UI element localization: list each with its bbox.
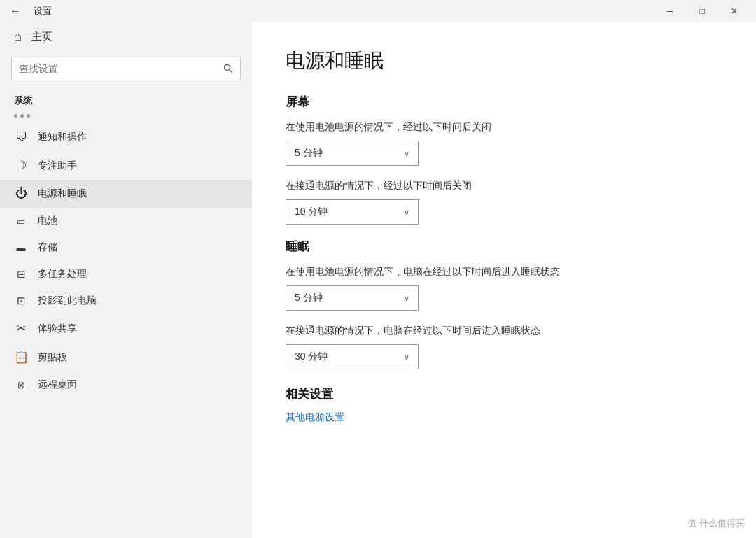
sidebar-item-battery-label: 电池	[38, 215, 57, 227]
multitask-icon: ⊟	[14, 268, 28, 281]
title-bar: ← 设置 ─ □ ✕	[0, 0, 756, 22]
sidebar-item-shared-label: 体验共享	[38, 323, 77, 335]
sidebar-item-notifications-label: 通知和操作	[38, 131, 87, 143]
title-bar-title: 设置	[34, 5, 52, 17]
sidebar-item-notifications[interactable]: 🗨 通知和操作	[0, 123, 252, 151]
sidebar-item-remote[interactable]: ⊠ 远程桌面	[0, 371, 252, 398]
sidebar-item-battery[interactable]: ▭ 电池	[0, 208, 252, 234]
main-layout: ⌂ 主页 系统 🗨 通知和操作 ☽	[0, 22, 756, 538]
sidebar-item-power-label: 电源和睡眠	[38, 187, 87, 200]
sidebar-dots	[0, 111, 252, 123]
minimize-button[interactable]: ─	[654, 0, 686, 22]
notifications-icon: 🗨	[14, 130, 28, 144]
sidebar: ⌂ 主页 系统 🗨 通知和操作 ☽	[0, 22, 252, 538]
search-input[interactable]	[11, 57, 241, 80]
sleep-power-value: 30 分钟	[295, 351, 328, 363]
page-title: 电源和睡眠	[286, 48, 722, 74]
screen-battery-label: 在使用电池电源的情况下，经过以下时间后关闭	[286, 121, 722, 134]
search-box	[11, 57, 241, 80]
screen-power-chevron-icon: ∨	[404, 208, 410, 217]
sidebar-item-multitask[interactable]: ⊟ 多任务处理	[0, 261, 252, 288]
sleep-power-chevron-icon: ∨	[404, 353, 410, 362]
storage-icon: ▬	[14, 243, 28, 253]
remote-icon: ⊠	[14, 380, 28, 390]
project-icon: ⊡	[14, 295, 28, 307]
sidebar-item-project-label: 投影到此电脑	[38, 295, 97, 307]
sleep-power-dropdown[interactable]: 30 分钟 ∨	[286, 344, 419, 369]
sidebar-section-label: 系统	[0, 86, 252, 111]
dot-1	[14, 114, 18, 118]
window-controls: ─ □ ✕	[654, 0, 750, 22]
sidebar-item-shared[interactable]: ✂ 体验共享	[0, 314, 252, 343]
sidebar-item-clipboard-label: 剪贴板	[38, 351, 67, 364]
clipboard-icon: 📋	[14, 350, 28, 364]
screen-battery-value: 5 分钟	[295, 147, 323, 160]
title-bar-left: ← 设置	[6, 1, 654, 21]
content-area: 电源和睡眠 屏幕 在使用电池电源的情况下，经过以下时间后关闭 5 分钟 ∨ 在接…	[252, 22, 756, 538]
sidebar-item-remote-label: 远程桌面	[38, 378, 77, 391]
screen-section-title: 屏幕	[286, 94, 722, 110]
shared-icon: ✂	[14, 321, 28, 336]
related-settings-title: 相关设置	[286, 386, 722, 402]
svg-point-0	[225, 65, 230, 71]
search-icon	[223, 64, 233, 73]
screen-power-value: 10 分钟	[295, 206, 328, 218]
screen-battery-dropdown[interactable]: 5 分钟 ∨	[286, 141, 419, 166]
close-button[interactable]: ✕	[718, 0, 750, 22]
sidebar-home[interactable]: ⌂ 主页	[0, 22, 252, 51]
search-button[interactable]	[216, 57, 241, 80]
screen-battery-chevron-icon: ∨	[404, 149, 410, 158]
back-button[interactable]: ←	[6, 1, 25, 21]
sleep-battery-dropdown[interactable]: 5 分钟 ∨	[286, 285, 419, 311]
screen-power-label: 在接通电源的情况下，经过以下时间后关闭	[286, 180, 722, 192]
svg-line-1	[230, 70, 232, 73]
screen-power-dropdown[interactable]: 10 分钟 ∨	[286, 199, 419, 225]
sidebar-item-project[interactable]: ⊡ 投影到此电脑	[0, 288, 252, 314]
maximize-button[interactable]: □	[686, 0, 718, 22]
sidebar-item-storage[interactable]: ▬ 存储	[0, 234, 252, 261]
home-label: 主页	[31, 30, 52, 43]
power-icon: ⏻	[14, 187, 28, 201]
sidebar-item-power[interactable]: ⏻ 电源和睡眠	[0, 180, 252, 208]
sleep-battery-value: 5 分钟	[295, 292, 323, 304]
sidebar-item-focus-label: 专注助手	[38, 160, 77, 172]
focus-icon: ☽	[14, 158, 28, 173]
battery-icon: ▭	[14, 216, 28, 227]
other-power-settings-link[interactable]: 其他电源设置	[286, 411, 344, 423]
sleep-battery-label: 在使用电池电源的情况下，电脑在经过以下时间后进入睡眠状态	[286, 266, 722, 278]
sleep-section-title: 睡眠	[286, 239, 722, 255]
dot-3	[27, 114, 30, 118]
sidebar-item-multitask-label: 多任务处理	[38, 268, 87, 281]
sidebar-item-storage-label: 存储	[38, 241, 57, 254]
home-icon: ⌂	[14, 29, 22, 44]
sidebar-item-clipboard[interactable]: 📋 剪贴板	[0, 343, 252, 371]
sidebar-item-focus[interactable]: ☽ 专注助手	[0, 151, 252, 180]
dot-2	[20, 114, 24, 118]
sleep-battery-chevron-icon: ∨	[404, 294, 410, 303]
sleep-power-label: 在接通电源的情况下，电脑在经过以下时间后进入睡眠状态	[286, 325, 722, 337]
